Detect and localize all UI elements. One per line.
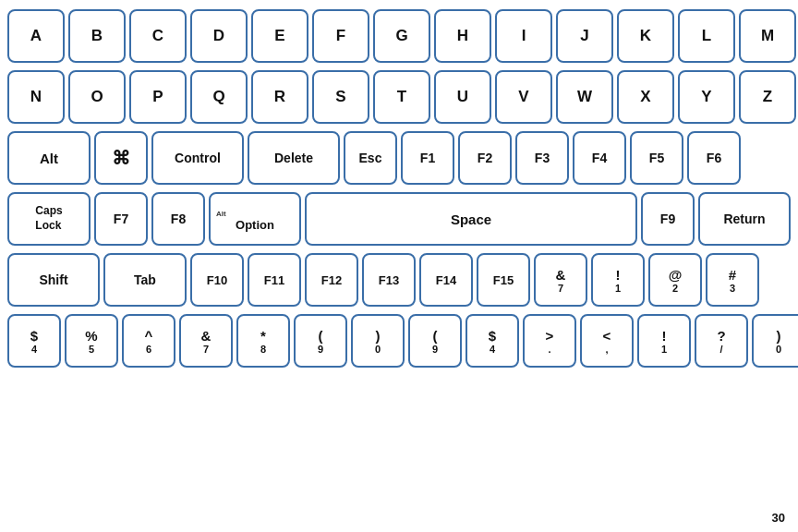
key-esc[interactable]: Esc (344, 131, 397, 185)
row-modifiers-2: CapsLock F7 F8 Alt Option Space F9 Retur… (7, 192, 791, 246)
key-f15[interactable]: F15 (477, 253, 530, 307)
key-O[interactable]: O (68, 70, 126, 124)
key-rparen-0b[interactable]: )0 (752, 314, 798, 368)
key-Y[interactable]: Y (678, 70, 735, 124)
key-Q[interactable]: Q (190, 70, 248, 124)
key-star-8[interactable]: *8 (236, 314, 290, 368)
key-dollar-4[interactable]: $4 (7, 314, 61, 368)
keyboard-layout: A B C D E F G H I J K L M N O P Q R S T … (7, 9, 791, 368)
row-modifiers-1: Alt ⌘ Control Delete Esc F1 F2 F3 F4 F5 … (7, 131, 791, 185)
key-Z[interactable]: Z (739, 70, 796, 124)
key-D[interactable]: D (190, 9, 248, 63)
key-f12[interactable]: F12 (305, 253, 358, 307)
key-B[interactable]: B (68, 9, 126, 63)
key-H[interactable]: H (434, 9, 491, 63)
key-X[interactable]: X (617, 70, 674, 124)
key-excl-1[interactable]: !1 (591, 253, 645, 307)
key-W[interactable]: W (556, 70, 613, 124)
row-a-m: A B C D E F G H I J K L M (7, 9, 791, 63)
key-question-slash[interactable]: ?/ (695, 314, 748, 368)
key-delete[interactable]: Delete (248, 131, 340, 185)
key-hash-3[interactable]: #3 (706, 253, 759, 307)
key-dollar-4b[interactable]: $4 (466, 314, 519, 368)
key-K[interactable]: K (617, 9, 674, 63)
key-cmd[interactable]: ⌘ (94, 131, 148, 185)
key-alt[interactable]: Alt (7, 131, 91, 185)
key-rparen-0[interactable]: )0 (351, 314, 405, 368)
key-amp-7[interactable]: &7 (534, 253, 587, 307)
key-F[interactable]: F (312, 9, 369, 63)
key-I[interactable]: I (495, 9, 552, 63)
key-M[interactable]: M (739, 9, 796, 63)
key-percent-5[interactable]: %5 (65, 314, 118, 368)
key-f14[interactable]: F14 (419, 253, 473, 307)
key-J[interactable]: J (556, 9, 613, 63)
key-gt-period[interactable]: >. (523, 314, 576, 368)
row-symbols: $4 %5 ^6 &7 *8 (9 )0 (9 $4 >. <, (7, 314, 791, 368)
key-caps-lock[interactable]: CapsLock (7, 192, 91, 246)
key-V[interactable]: V (495, 70, 552, 124)
row-n-z: N O P Q R S T U V W X Y Z (7, 70, 791, 124)
key-f3[interactable]: F3 (515, 131, 569, 185)
key-f6[interactable]: F6 (687, 131, 741, 185)
key-E[interactable]: E (251, 9, 308, 63)
key-f2[interactable]: F2 (458, 131, 512, 185)
key-f5[interactable]: F5 (630, 131, 683, 185)
key-amp-7b[interactable]: &7 (179, 314, 233, 368)
key-U[interactable]: U (434, 70, 491, 124)
key-f8[interactable]: F8 (151, 192, 205, 246)
key-space[interactable]: Space (305, 192, 637, 246)
key-lparen-9b[interactable]: (9 (408, 314, 462, 368)
key-excl-1b[interactable]: !1 (637, 314, 691, 368)
key-at-2[interactable]: @2 (648, 253, 702, 307)
key-T[interactable]: T (373, 70, 430, 124)
key-lparen-9[interactable]: (9 (294, 314, 347, 368)
key-N[interactable]: N (7, 70, 65, 124)
key-control[interactable]: Control (151, 131, 244, 185)
page-number: 30 (772, 511, 785, 525)
key-f10[interactable]: F10 (190, 253, 244, 307)
key-caret-6[interactable]: ^6 (122, 314, 175, 368)
key-f7[interactable]: F7 (94, 192, 148, 246)
key-f11[interactable]: F11 (248, 253, 301, 307)
key-f9[interactable]: F9 (641, 192, 695, 246)
key-lt-comma[interactable]: <, (580, 314, 634, 368)
key-R[interactable]: R (251, 70, 308, 124)
key-f4[interactable]: F4 (573, 131, 626, 185)
key-A[interactable]: A (7, 9, 65, 63)
key-f1[interactable]: F1 (401, 131, 454, 185)
key-C[interactable]: C (129, 9, 187, 63)
key-G[interactable]: G (373, 9, 430, 63)
key-P[interactable]: P (129, 70, 187, 124)
key-option[interactable]: Alt Option (209, 192, 301, 246)
key-return[interactable]: Return (698, 192, 791, 246)
key-S[interactable]: S (312, 70, 369, 124)
key-L[interactable]: L (678, 9, 735, 63)
row-modifiers-3: Shift Tab F10 F11 F12 F13 F14 F15 &7 !1 … (7, 253, 791, 307)
key-shift[interactable]: Shift (7, 253, 100, 307)
key-f13[interactable]: F13 (362, 253, 416, 307)
key-tab[interactable]: Tab (103, 253, 187, 307)
